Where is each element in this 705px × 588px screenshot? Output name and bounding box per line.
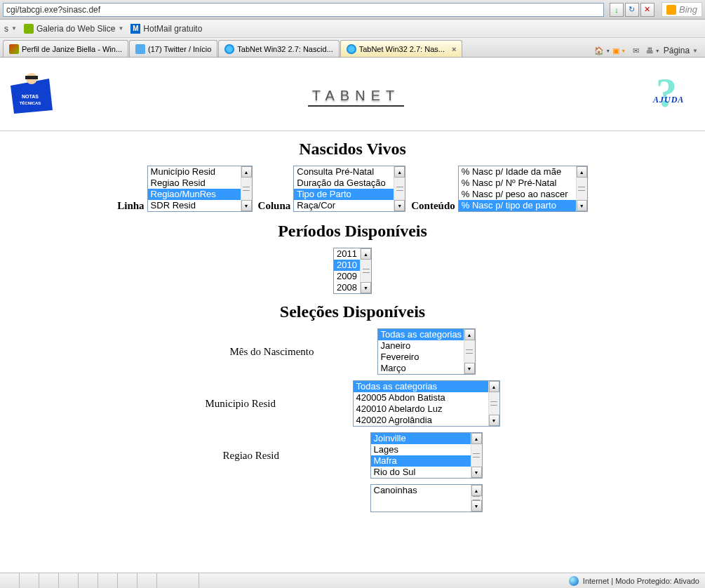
selection-row: Canoinhas▲▼ xyxy=(0,484,705,512)
list-option[interactable]: Mafra xyxy=(371,455,471,467)
list-option[interactable]: SDR Resid xyxy=(148,200,241,211)
refresh-button[interactable]: ↓ xyxy=(610,3,624,17)
stop-button[interactable]: ✕ xyxy=(640,3,654,17)
scroll-up-icon[interactable]: ▲ xyxy=(361,248,371,260)
list-option[interactable]: % Nasc p/ Idade da mãe xyxy=(459,166,576,178)
scroll-up-icon[interactable]: ▲ xyxy=(489,381,499,392)
print-icon[interactable]: 🖶▼ xyxy=(647,44,659,57)
list-option[interactable]: Janeiro xyxy=(378,340,464,352)
list-option[interactable]: Regiao/MunRes xyxy=(148,189,241,200)
notas-tecnicas-link[interactable]: NOTAS TÉCNICAS xyxy=(7,72,56,121)
selection-listbox[interactable]: Todas as categoriasJaneiroFevereiroMarço… xyxy=(377,328,476,375)
scroll-up-icon[interactable]: ▲ xyxy=(241,166,252,178)
selection-listbox[interactable]: JoinvilleLagesMafraRio do Sul▲▼ xyxy=(370,432,483,479)
scrollbar[interactable]: ▲▼ xyxy=(394,166,405,211)
scroll-up-icon[interactable]: ▲ xyxy=(577,166,587,178)
list-option[interactable]: Consulta Pré-Natal xyxy=(294,166,394,178)
list-option[interactable]: 2008 xyxy=(334,282,360,293)
fav-item-hotmail[interactable]: MHotMail gratuito xyxy=(130,24,202,34)
scroll-down-icon[interactable]: ▼ xyxy=(577,200,587,211)
url-input[interactable] xyxy=(3,3,604,17)
tab-label: (17) Twitter / Início xyxy=(148,45,211,53)
list-option[interactable]: % Nasc p/ Nº Pré-Natal xyxy=(459,178,576,189)
ajuda-link[interactable]: ? AJUDA xyxy=(656,75,698,117)
list-option[interactable]: 2009 xyxy=(334,271,360,282)
favorites-bar: s▼ Galeria do Web Slice▼ MHotMail gratui… xyxy=(0,20,705,38)
list-option[interactable]: Canoinhas xyxy=(371,485,471,496)
scrollbar[interactable]: ▲▼ xyxy=(241,166,252,211)
scrollbar[interactable]: ▲▼ xyxy=(464,329,475,374)
page-content: NOTAS TÉCNICAS TABNET ? AJUDA Nascidos V… xyxy=(0,58,705,573)
fav-item-slice[interactable]: Galeria do Web Slice▼ xyxy=(24,24,123,34)
scrollbar[interactable]: ▲▼ xyxy=(488,381,499,426)
select-conteudo[interactable]: % Nasc p/ Idade da mãe% Nasc p/ Nº Pré-N… xyxy=(458,166,588,212)
home-icon[interactable]: 🏠▼ xyxy=(596,44,609,57)
list-option[interactable]: Lages xyxy=(371,444,471,455)
list-option[interactable]: Duração da Gestação xyxy=(294,178,394,189)
browser-tab[interactable]: (17) Twitter / Início xyxy=(129,40,217,57)
list-option[interactable]: Raça/Cor xyxy=(294,200,394,211)
scroll-up-icon[interactable]: ▲ xyxy=(394,166,405,178)
scrollbar[interactable]: ▲▼ xyxy=(576,166,587,211)
selection-label: Mês do Nascimento xyxy=(230,346,356,358)
list-option[interactable]: Joinville xyxy=(371,433,471,444)
selection-label: Municipio Resid xyxy=(206,398,332,410)
list-option[interactable]: Todas as categorias xyxy=(354,381,488,392)
globe-icon xyxy=(569,576,579,586)
scrollbar[interactable]: ▲▼ xyxy=(360,248,371,293)
list-option[interactable]: Município Resid xyxy=(148,166,241,178)
heading-nascidos: Nascidos Vivos xyxy=(0,140,705,159)
tab-label: Perfil de Janize Biella - Win... xyxy=(22,45,122,53)
feed-icon[interactable]: ▣▼ xyxy=(613,44,626,57)
list-option[interactable]: Todas as categorias xyxy=(378,329,464,340)
selection-row: Municipio ResidTodas as categorias420005… xyxy=(0,380,705,427)
browser-tab[interactable]: TabNet Win32 2.7: Nascid... xyxy=(218,40,339,57)
browser-tab[interactable]: Perfil de Janize Biella - Win... xyxy=(3,40,128,57)
search-box[interactable]: Bing xyxy=(662,2,702,17)
scroll-down-icon[interactable]: ▼ xyxy=(241,200,252,211)
tabbar-tools: 🏠▼ ▣▼ ✉ 🖶▼ Página▼ xyxy=(596,44,702,57)
list-option[interactable]: 2011 xyxy=(334,248,360,260)
scroll-up-icon[interactable]: ▲ xyxy=(471,433,482,444)
list-option[interactable]: Rio do Sul xyxy=(371,467,471,478)
mail-icon[interactable]: ✉ xyxy=(630,44,643,57)
list-option[interactable]: 420005 Abdon Batista xyxy=(354,392,488,403)
search-engine-label: Bing xyxy=(679,4,697,15)
fav-item-1[interactable]: s▼ xyxy=(4,24,17,34)
scroll-down-icon[interactable]: ▼ xyxy=(394,200,405,211)
scroll-down-icon[interactable]: ▼ xyxy=(489,415,499,426)
list-option[interactable]: Tipo de Parto xyxy=(294,189,394,200)
tab-close-icon[interactable]: × xyxy=(452,45,456,53)
list-option[interactable]: 420010 Abelardo Luz xyxy=(354,403,488,415)
select-periodos[interactable]: 2011201020092008▲▼ xyxy=(333,248,372,294)
list-option[interactable]: 420020 Agrolândia xyxy=(354,415,488,426)
selection-listbox[interactable]: Todas as categorias420005 Abdon Batista4… xyxy=(353,380,500,427)
list-option[interactable]: % Nasc p/ tipo de parto xyxy=(459,200,576,211)
selection-listbox[interactable]: Canoinhas▲▼ xyxy=(370,484,483,512)
scroll-down-icon[interactable]: ▼ xyxy=(361,282,371,293)
list-option[interactable]: Março xyxy=(378,363,464,374)
list-option[interactable]: 2010 xyxy=(334,260,360,271)
list-option[interactable]: Fevereiro xyxy=(378,352,464,363)
select-linha[interactable]: Município ResidRegiao ResidRegiao/MunRes… xyxy=(147,166,253,212)
scroll-down-icon[interactable]: ▼ xyxy=(464,363,475,374)
status-text: Internet | Modo Protegido: Ativado xyxy=(583,577,699,585)
win-icon xyxy=(9,44,19,54)
scroll-up-icon[interactable]: ▲ xyxy=(471,485,482,496)
scrollbar[interactable]: ▲▼ xyxy=(471,433,482,478)
browser-tab[interactable]: TabNet Win32 2.7: Nas...× xyxy=(340,40,463,57)
tabnet-logo: TABNET xyxy=(56,86,656,107)
twit-icon xyxy=(135,44,145,54)
scroll-down-icon[interactable]: ▼ xyxy=(471,500,482,512)
page-menu[interactable]: Página▼ xyxy=(664,46,698,55)
scroll-down-icon[interactable]: ▼ xyxy=(471,467,482,478)
list-option[interactable]: Regiao Resid xyxy=(148,178,241,189)
refresh2-button[interactable]: ↻ xyxy=(625,3,639,17)
select-coluna[interactable]: Consulta Pré-NatalDuração da GestaçãoTip… xyxy=(293,166,405,212)
scrollbar[interactable]: ▲▼ xyxy=(471,485,482,512)
label-linha: Linha xyxy=(117,200,144,212)
scroll-up-icon[interactable]: ▲ xyxy=(464,329,475,340)
label-coluna: Coluna xyxy=(258,200,291,212)
list-option[interactable]: % Nasc p/ peso ao nascer xyxy=(459,189,576,200)
svg-text:NOTAS: NOTAS xyxy=(22,94,39,99)
